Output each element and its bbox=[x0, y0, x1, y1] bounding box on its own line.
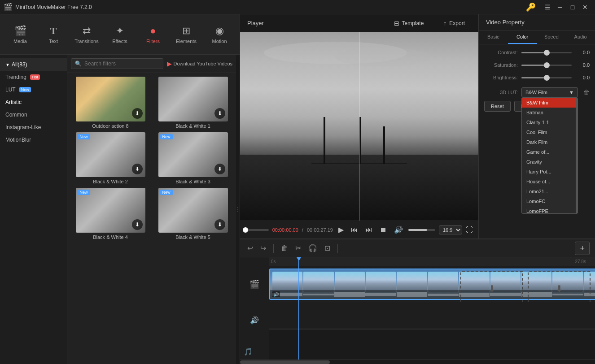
download-btn-bw3[interactable]: ⬇ bbox=[214, 164, 225, 174]
progress-thumb[interactable] bbox=[243, 227, 248, 233]
lut-option-bwfilm[interactable]: B&W Film bbox=[522, 98, 576, 108]
filter-thumb-bw1[interactable]: ⬇ bbox=[158, 77, 228, 121]
lut-option-gravity[interactable]: Gravity bbox=[522, 157, 576, 167]
contrast-thumb[interactable] bbox=[544, 50, 550, 56]
toolbar-transitions[interactable]: ⇄ Transitions bbox=[71, 19, 102, 50]
video-track: 🔊 ⇄ ⬇ ⬇ bbox=[269, 266, 595, 302]
reset-button[interactable]: Reset bbox=[484, 101, 511, 112]
volume-slider[interactable] bbox=[408, 229, 435, 231]
delete-button[interactable]: 🗑 bbox=[279, 243, 290, 254]
lut-delete-button[interactable]: 🗑 bbox=[583, 89, 590, 96]
filter-item-bw4[interactable]: New ⬇ Black & White 4 bbox=[71, 188, 150, 240]
video-property-panel: Video Property Basic Color Speed Audio C… bbox=[478, 14, 595, 238]
search-filters-bar[interactable]: 🔍 bbox=[71, 58, 163, 69]
filter-item-bw3[interactable]: New ⬇ Black & White 3 bbox=[153, 132, 232, 184]
music-track-icon[interactable]: 🎵 bbox=[240, 344, 269, 360]
empty-drop-zone-1[interactable]: ⬇ bbox=[528, 271, 591, 307]
filter-item-bw1[interactable]: ⬇ Black & White 1 bbox=[153, 77, 232, 129]
lut-option-harrypot[interactable]: Harry Pot... bbox=[522, 167, 576, 177]
progress-bar[interactable] bbox=[245, 229, 269, 231]
toolbar-media[interactable]: 🎬 Media bbox=[4, 19, 36, 50]
filter-cat-instagram[interactable]: Instagram-Like bbox=[0, 121, 67, 134]
lut-select[interactable]: B&W Film ▼ bbox=[521, 87, 578, 97]
lut-option-houseof[interactable]: House of... bbox=[522, 177, 576, 186]
tab-speed[interactable]: Speed bbox=[537, 30, 566, 44]
toolbar-filters[interactable]: ● Filters bbox=[137, 19, 169, 50]
download-youtube-btn[interactable]: ▶ Download YouTube Videos bbox=[167, 60, 233, 67]
lut-option-coolfilm[interactable]: Cool Film bbox=[522, 127, 576, 137]
filter-item-bw5[interactable]: New ⬇ Black & White 5 bbox=[153, 188, 232, 240]
lut-option-darkfilm[interactable]: Dark Film bbox=[522, 137, 576, 147]
lut-scrollbar[interactable] bbox=[576, 98, 578, 213]
download-btn-outdoor8[interactable]: ⬇ bbox=[132, 108, 143, 119]
filter-sidebar: ▼ All(83) Trending Hot LUT New Artistic … bbox=[0, 55, 67, 364]
saturation-thumb[interactable] bbox=[544, 62, 550, 68]
brightness-slider[interactable] bbox=[521, 77, 572, 78]
contrast-slider[interactable] bbox=[521, 52, 572, 53]
toolbar-elements[interactable]: ⊞ Elements bbox=[171, 19, 202, 50]
key-icon[interactable]: 🔑 bbox=[526, 2, 536, 12]
play-button[interactable]: ▶ bbox=[337, 225, 346, 235]
filter-cat-artistic[interactable]: Artistic bbox=[0, 96, 67, 108]
volume-button[interactable]: 🔊 bbox=[392, 225, 405, 235]
lut-option-clarity[interactable]: Clarity-1-1 bbox=[522, 117, 576, 127]
lut-option-gameof[interactable]: Game of... bbox=[522, 147, 576, 157]
lut-option-lomo21[interactable]: Lomo21... bbox=[522, 186, 576, 196]
search-input[interactable] bbox=[84, 61, 159, 67]
filter-item-bw2[interactable]: New ⬇ Black & White 2 bbox=[71, 132, 150, 184]
redo-button[interactable]: ↪ bbox=[258, 242, 268, 254]
undo-button[interactable]: ↩ bbox=[245, 242, 255, 254]
playhead-indicator[interactable] bbox=[298, 257, 299, 360]
filter-thumb-bw3[interactable]: New ⬇ bbox=[158, 132, 228, 177]
tab-audio[interactable]: Audio bbox=[566, 30, 595, 44]
template-button[interactable]: ⊟ Template bbox=[388, 17, 430, 30]
download-btn-bw1[interactable]: ⬇ bbox=[214, 108, 225, 119]
filter-thumb-bw2[interactable]: New ⬇ bbox=[76, 132, 145, 177]
empty-drop-zone-2[interactable]: ⬇ bbox=[460, 271, 523, 307]
tab-basic[interactable]: Basic bbox=[479, 30, 508, 44]
audio-track-icon[interactable]: 🔊 bbox=[240, 307, 269, 334]
filter-cat-common[interactable]: Common bbox=[0, 108, 67, 121]
brightness-thumb[interactable] bbox=[544, 75, 550, 81]
player-controls: 00:00:00.00 / 00:00:27.19 ▶ ⏮ ⏭ ⏹ 🔊 16:9… bbox=[240, 221, 478, 238]
text-icon: T bbox=[50, 25, 57, 37]
download-btn-bw2[interactable]: ⬇ bbox=[132, 164, 143, 174]
filter-cat-trending[interactable]: Trending Hot bbox=[0, 71, 67, 83]
filter-thumb-bw4[interactable]: New ⬇ bbox=[76, 188, 145, 233]
scroll-thumb[interactable] bbox=[240, 360, 330, 364]
maximize-button[interactable]: □ bbox=[566, 3, 579, 12]
toolbar-motion[interactable]: ◉ Motion bbox=[204, 19, 235, 50]
toolbar-text[interactable]: T Text bbox=[38, 19, 69, 50]
next-frame-button[interactable]: ⏭ bbox=[363, 225, 374, 235]
filter-item-outdoor8[interactable]: ⬇ Outdoor action 8 bbox=[71, 77, 150, 129]
close-button[interactable]: ✕ bbox=[579, 3, 591, 12]
filter-cat-lut[interactable]: LUT New bbox=[0, 83, 67, 96]
cut-button[interactable]: ✂ bbox=[293, 242, 303, 254]
timeline-scrollbar[interactable] bbox=[240, 360, 595, 364]
filter-cat-all[interactable]: ▼ All(83) bbox=[0, 58, 67, 71]
crop-button[interactable]: ⊡ bbox=[323, 242, 332, 254]
lut-option-batman[interactable]: Batman bbox=[522, 108, 576, 117]
fullscreen-button[interactable]: ⛶ bbox=[466, 226, 473, 234]
download-btn-bw4[interactable]: ⬇ bbox=[132, 219, 143, 230]
aspect-ratio-select[interactable]: 16:9 4:3 1:1 bbox=[439, 225, 462, 234]
export-button[interactable]: ↑ Export bbox=[437, 17, 471, 30]
download-btn-bw5[interactable]: ⬇ bbox=[214, 219, 225, 230]
menu-button[interactable]: ☰ bbox=[541, 3, 554, 12]
video-track-icon[interactable]: 🎬 bbox=[240, 266, 269, 302]
stop-button[interactable]: ⏹ bbox=[378, 225, 389, 235]
toolbar-effects[interactable]: ✦ Effects bbox=[104, 19, 136, 50]
lut-option-lomofc[interactable]: LomoFC bbox=[522, 196, 576, 206]
filter-thumb-outdoor8[interactable]: ⬇ bbox=[76, 77, 145, 121]
panel-divider[interactable]: ⋮ bbox=[236, 55, 240, 364]
waveform-bar bbox=[428, 294, 458, 296]
prev-frame-button[interactable]: ⏮ bbox=[349, 225, 360, 235]
tab-color[interactable]: Color bbox=[508, 30, 537, 44]
filter-cat-motionblur[interactable]: MotionBlur bbox=[0, 134, 67, 146]
filter-thumb-bw5[interactable]: New ⬇ bbox=[158, 188, 228, 233]
saturation-slider[interactable] bbox=[521, 65, 572, 66]
lut-option-lomofpe[interactable]: LomoFPE bbox=[522, 206, 576, 214]
add-track-button[interactable]: + bbox=[575, 242, 590, 255]
audio-detach-button[interactable]: 🎧 bbox=[306, 242, 319, 254]
minimize-button[interactable]: ─ bbox=[554, 3, 566, 12]
